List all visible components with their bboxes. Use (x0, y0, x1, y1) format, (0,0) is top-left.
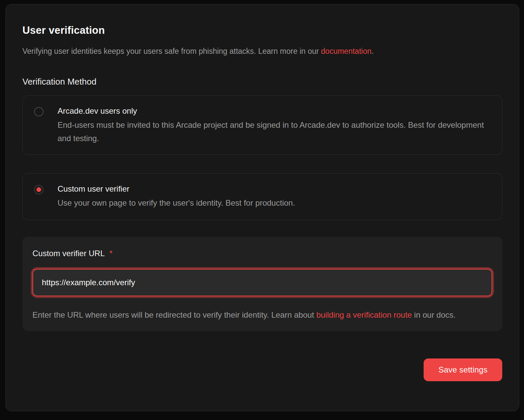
option-content: Custom user verifier Use your own page t… (58, 184, 295, 210)
option-label: Custom user verifier (58, 184, 295, 194)
option-description: Use your own page to verify the user's i… (58, 196, 295, 210)
required-asterisk: * (109, 249, 112, 258)
radio-unselected-icon[interactable] (34, 107, 43, 116)
option-label: Arcade.dev users only (58, 106, 490, 116)
page-subtitle-suffix: . (371, 47, 373, 56)
helper-text-body: Enter the URL where users will be redire… (32, 310, 316, 319)
radio-dot (36, 187, 41, 192)
user-verification-card: User verification Verifying user identit… (5, 4, 519, 411)
option-arcade-users-only[interactable]: Arcade.dev users only End-users must be … (22, 95, 502, 155)
radio-selected-icon[interactable] (34, 185, 43, 194)
verification-route-link[interactable]: building a verification route (316, 310, 412, 319)
page-title: User verification (22, 24, 502, 37)
custom-verifier-panel: Custom verifier URL * Enter the URL wher… (22, 237, 502, 331)
page-subtitle-text: Verifying user identities keeps your use… (22, 47, 321, 56)
option-description: End-users must be invited to this Arcade… (58, 118, 490, 145)
helper-text: Enter the URL where users will be redire… (32, 308, 492, 322)
actions-row: Save settings (22, 358, 502, 381)
helper-text-suffix: in our docs. (412, 310, 456, 319)
option-content: Arcade.dev users only End-users must be … (58, 106, 490, 145)
documentation-link[interactable]: documentation (321, 47, 371, 56)
save-settings-button[interactable]: Save settings (424, 358, 502, 381)
custom-verifier-url-input[interactable] (32, 269, 492, 296)
field-label-row: Custom verifier URL * (32, 248, 492, 259)
custom-verifier-url-label: Custom verifier URL (32, 248, 105, 259)
page-subtitle: Verifying user identities keeps your use… (22, 46, 502, 57)
verification-method-heading: Verification Method (22, 76, 502, 87)
option-custom-user-verifier[interactable]: Custom user verifier Use your own page t… (22, 173, 502, 220)
